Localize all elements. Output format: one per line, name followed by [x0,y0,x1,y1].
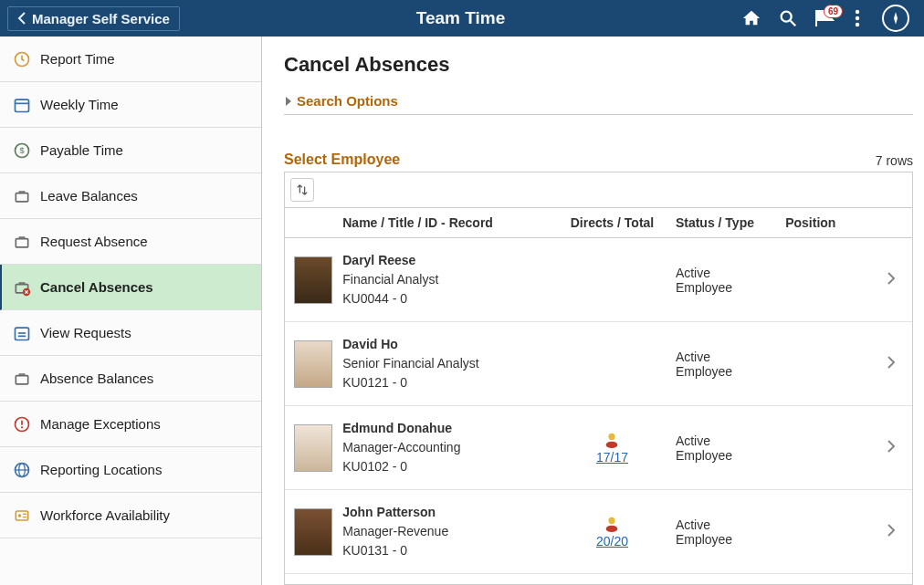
sidebar-item-label: Report Time [40,51,115,67]
chevron-left-icon [17,12,26,25]
svg-rect-24 [16,511,27,520]
sidebar-item-report-time[interactable]: Report Time [0,37,261,82]
sidebar-item-label: Manage Exceptions [40,416,161,432]
notification-badge: 69 [824,5,843,18]
sidebar-item-weekly-time[interactable]: Weekly Time [0,82,261,128]
sidebar-item-label: Reporting Locations [40,462,162,477]
notifications-button[interactable]: 69 [814,8,838,28]
employee-id: KU0102 - 0 [342,457,549,476]
kebab-icon [855,8,860,28]
avatar [294,424,332,472]
avatar [294,508,332,556]
employee-name: Edmund Donahue [342,419,549,438]
svg-rect-11 [16,238,27,246]
section-header: Select Employee 7 rows [284,151,913,172]
svg-text:$: $ [19,146,24,155]
sidebar-item-payable-time[interactable]: $Payable Time [0,128,261,173]
directs-icon [549,432,676,448]
search-icon [778,8,798,28]
svg-point-31 [606,525,618,531]
sidebar-item-label: Weekly Time [40,97,119,112]
employee-name: John Patterson [342,503,549,522]
employee-id: KU0044 - 0 [342,289,549,308]
employee-id: KU0121 - 0 [342,373,549,392]
row-caret [870,439,912,456]
caret-right-icon [284,96,293,107]
sidebar-item-cancel-absences[interactable]: Cancel Absences [0,265,261,310]
employee-type: Employee [676,364,785,379]
employee-table: Name / Title / ID - Record Directs / Tot… [284,208,913,585]
col-position-header[interactable]: Position [785,215,870,230]
sidebar-item-request-absence[interactable]: Request Absence [0,219,261,265]
employee-status: Active [676,266,785,280]
col-name-header[interactable]: Name / Title / ID - Record [339,215,549,230]
sidebar-item-absence-balances[interactable]: Absence Balances [0,356,261,402]
sidebar-item-workforce-availability[interactable]: Workforce Availability [0,493,261,538]
sort-button[interactable] [290,178,314,202]
money-clock-icon: $ [13,141,31,160]
col-status-header[interactable]: Status / Type [676,215,785,230]
back-button[interactable]: Manager Self Service [7,6,180,31]
avatar [294,256,332,304]
svg-point-28 [609,433,615,439]
employee-title: Manager-Accounting [342,438,549,457]
employee-status: Active [676,517,785,532]
home-button[interactable] [741,8,761,28]
search-button[interactable] [778,8,798,28]
svg-point-30 [609,517,615,523]
sidebar-item-label: Absence Balances [40,371,153,386]
svg-rect-6 [16,99,29,111]
sidebar-item-view-requests[interactable]: View Requests [0,310,261,356]
svg-point-3 [856,16,859,20]
svg-rect-10 [16,193,27,201]
search-options-label: Search Options [297,93,398,109]
table-header: Name / Title / ID - Record Directs / Tot… [285,208,912,238]
sidebar-item-label: Request Absence [40,234,148,249]
sidebar-item-label: Workforce Availability [40,507,170,523]
employee-type: Employee [676,448,785,463]
navigator-button[interactable] [882,5,909,32]
sidebar-item-leave-balances[interactable]: Leave Balances [0,173,261,219]
directs-link[interactable]: 17/17 [596,450,628,465]
sidebar-item-reporting-locations[interactable]: Reporting Locations [0,447,261,493]
main-content: Cancel Absences Search Options Select Em… [262,37,924,585]
home-icon [741,8,761,28]
row-caret [870,271,912,288]
table-row[interactable]: John PattersonManager-RevenueKU0131 - 02… [285,490,912,574]
svg-point-2 [856,10,859,14]
search-options-toggle[interactable]: Search Options [284,93,913,115]
sidebar-item-label: Payable Time [40,142,123,158]
avatar [294,340,332,388]
employee-type: Employee [676,532,785,547]
employee-title: Financial Analyst [342,270,549,289]
directs-icon [549,516,676,532]
employee-id: KU0131 - 0 [342,541,549,560]
badge-icon [13,507,31,525]
table-row[interactable]: Edmund DonahueManager-AccountingKU0102 -… [285,406,912,490]
page-header-title: Team Time [180,8,741,28]
employee-name: Daryl Reese [342,251,549,270]
sidebar-item-manage-exceptions[interactable]: Manage Exceptions [0,402,261,447]
svg-rect-17 [16,375,27,383]
svg-point-20 [21,426,23,428]
svg-point-25 [18,514,21,517]
back-label: Manager Self Service [32,11,170,26]
top-actions: 69 [741,5,917,32]
row-caret [870,355,912,372]
employee-title: Manager-Revenue [342,522,549,541]
table-row[interactable]: Daryl ReeseFinancial AnalystKU0044 - 0Ac… [285,238,912,322]
sort-icon [296,183,309,196]
svg-point-0 [782,12,792,22]
clock-icon [13,50,31,68]
directs-link[interactable]: 20/20 [596,534,628,548]
col-directs-header[interactable]: Directs / Total [549,215,676,230]
sidebar-item-label: Leave Balances [40,188,138,204]
calendar-icon [13,96,31,114]
topbar: Manager Self Service Team Time 69 [0,0,924,37]
globe-icon [13,461,31,479]
kebab-menu-button[interactable] [855,8,860,28]
table-row[interactable]: David HoSenior Financial AnalystKU0121 -… [285,322,912,406]
page-title: Cancel Absences [284,53,913,77]
employee-status: Active [676,434,785,448]
sidebar-item-label: Cancel Absences [40,279,153,295]
